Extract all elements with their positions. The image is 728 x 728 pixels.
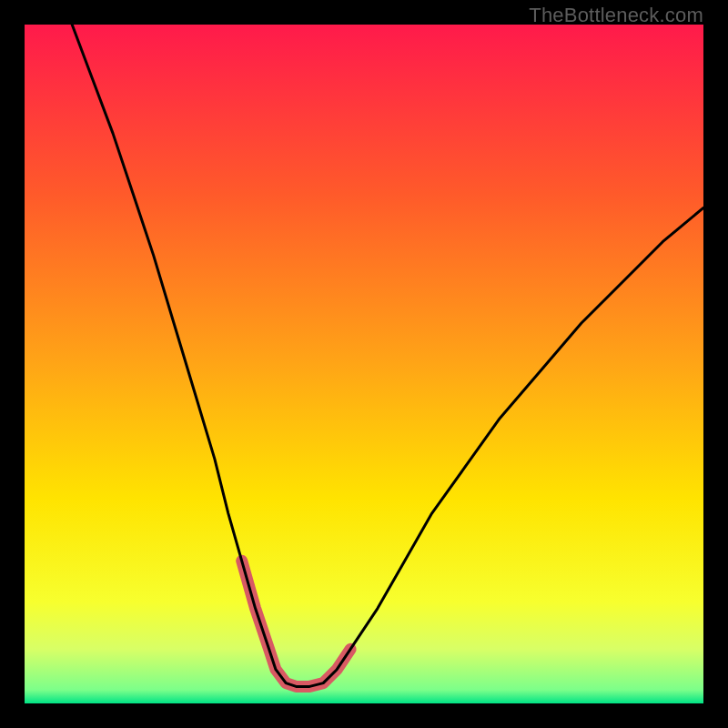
curve-overlay <box>0 0 728 728</box>
optimal-range-highlight <box>242 561 350 686</box>
bottleneck-curve <box>72 25 703 686</box>
chart-frame: TheBottleneck.com <box>0 0 728 728</box>
